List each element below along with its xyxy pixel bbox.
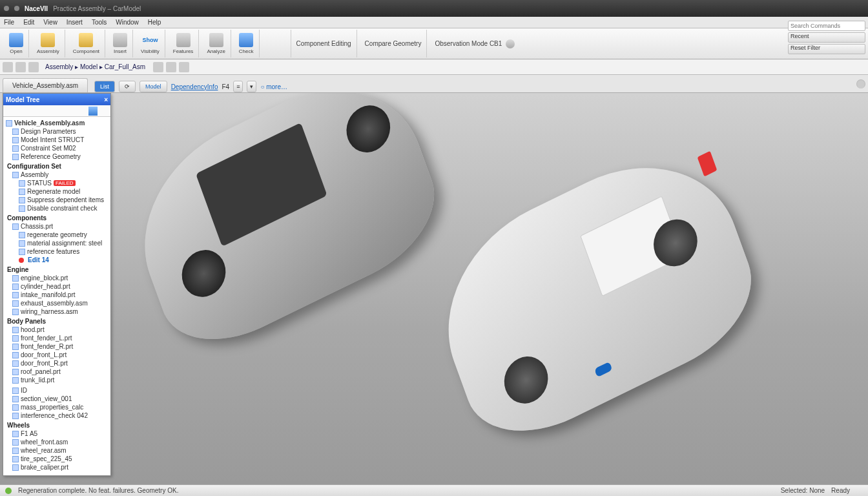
tree-item[interactable]: Suppress dependent items [6,196,109,204]
tree-item-label: trunk_lid.prt [21,377,54,384]
window-control-icon[interactable] [14,6,19,11]
menu-view[interactable]: View [43,19,57,26]
mode-list-button[interactable]: List [94,81,115,92]
tree-item[interactable]: door_front_R.prt [6,359,109,367]
menu-insert[interactable]: Insert [67,19,83,26]
tree-item[interactable]: front_fender_R.prt [6,342,109,351]
tree-item[interactable]: material assignment: steel [6,239,109,247]
window-control-icon[interactable] [4,6,9,11]
ribbon-label: Visibility [141,48,160,54]
tree-item[interactable]: ID [6,386,109,395]
menu-window[interactable]: Window [116,19,139,26]
menu-file[interactable]: File [4,19,14,26]
reset-filter-button[interactable]: Reset Filter [788,44,865,54]
part-icon [12,344,19,350]
tree-item[interactable]: regenerate geometry [6,231,109,239]
tree-item[interactable]: wheel_rear.asm [6,446,109,455]
tree-item[interactable]: F1 A5 [6,429,109,438]
grid-icon[interactable] [166,62,176,72]
redo-icon[interactable] [28,62,39,72]
ribbon-compare-button[interactable]: Compare Geometry [360,30,428,57]
close-tab-button[interactable] [856,79,865,88]
engine-bay [196,123,327,247]
expand-all-icon[interactable] [5,107,14,116]
part-icon [12,448,19,454]
tree-item[interactable]: interference_check 042 [6,411,109,420]
tree-item[interactable]: Regenerate model [6,187,109,196]
tree-root[interactable]: Vehicle_Assembly.asm [6,119,109,127]
tree-item[interactable]: Chassis.prt [6,222,109,231]
tab-label: Vehicle_Assembly.asm [12,82,78,89]
tree-item[interactable]: section_view_001 [6,395,109,403]
model-tree[interactable]: Vehicle_Assembly.asmDesign ParametersMod… [3,117,110,475]
mode-model-button[interactable]: Model [140,81,167,92]
undo-icon[interactable] [16,62,26,72]
tree-item[interactable]: STATUS FAILED [6,179,109,187]
menu-icon[interactable] [99,107,108,116]
ribbon-observation-button[interactable]: Observation Mode CB1 [429,30,520,57]
tree-item[interactable]: tire_spec_225_45 [6,455,109,463]
tree-item[interactable]: engine_block.prt [6,274,109,282]
menu-tools[interactable]: Tools [92,19,107,26]
context-label: Component Editing [296,40,351,47]
tree-item[interactable]: trunk_lid.prt [6,376,109,384]
tree-item[interactable]: Design Parameters [6,127,109,136]
window-titlebar: NaceVII Practice Assembly – CarModel [0,0,868,17]
tree-item[interactable]: intake_manifold.prt [6,291,109,299]
tree-item[interactable]: mass_properties_calc [6,403,109,411]
tree-item[interactable]: brake_caliper.prt [6,463,109,471]
edit-badge[interactable]: Edit 14 [28,256,49,264]
part-icon [19,180,25,187]
tree-item[interactable]: Reference Geometry [6,152,109,161]
panel-header[interactable]: Model Tree × [3,94,110,105]
menu-bar: File Edit View Insert Tools Window Help [0,17,868,28]
document-tab[interactable]: Vehicle_Assembly.asm [3,78,88,92]
assembly-icon [6,120,12,127]
tree-item[interactable]: exhaust_assembly.asm [6,299,109,307]
tree-item[interactable]: wiring_harness.asm [6,307,109,316]
tree-item[interactable]: roof_panel.prt [6,367,109,376]
tree-item[interactable]: door_front_L.prt [6,351,109,359]
settings-icon[interactable] [88,107,98,116]
refresh-button[interactable]: ⟳ [119,81,136,92]
tree-item[interactable]: reference features [6,247,109,256]
ribbon-group-insert[interactable]: Insert [108,30,133,57]
ribbon-group-analyze[interactable]: Analyze [202,30,231,57]
tree-item[interactable]: Edit 14 [6,256,109,264]
tree-item[interactable]: hood.prt [6,326,109,334]
breadcrumb[interactable]: Assembly ▸ Model ▸ Car_Full_Asm [45,63,145,70]
recent-button[interactable]: Recent [788,32,865,43]
dependency-link[interactable]: DependencyInfo [171,83,218,90]
save-icon[interactable] [3,62,13,72]
error-dot-icon [19,258,24,263]
menu-help[interactable]: Help [148,19,161,26]
menu-edit[interactable]: Edit [23,19,34,26]
tree-item[interactable]: Disable constraint check [6,204,109,212]
tree-item-label: Reference Geometry [21,153,81,160]
tree-item[interactable]: Constraint Set M02 [6,144,109,152]
dropdown-button[interactable]: ▾ [247,81,256,92]
ribbon-label: Component [73,48,99,54]
ribbon-group-check[interactable]: Check [234,30,260,57]
tree-item[interactable]: Assembly [6,170,109,179]
tree-item[interactable]: Model Intent STRUCT [6,136,109,144]
ribbon-label: Check [239,48,254,54]
list-icon-button[interactable]: ≡ [233,81,243,92]
tree-item[interactable]: wheel_front.asm [6,438,109,446]
ribbon-group-component[interactable]: Component [68,30,105,57]
command-search-input[interactable] [788,21,865,31]
settings-icon[interactable] [179,62,189,72]
mirror-icon [594,362,612,378]
tree-item[interactable]: front_fender_L.prt [6,334,109,342]
refresh-icon[interactable] [153,62,163,72]
ribbon-group-show[interactable]: ShowVisibility [136,30,165,57]
close-icon[interactable]: × [104,96,108,103]
link-more[interactable]: ○ more… [260,83,287,90]
collapse-all-icon[interactable] [16,107,25,116]
tree-item[interactable]: cylinder_head.prt [6,282,109,291]
filter-icon[interactable] [27,107,36,116]
ribbon-group-open[interactable]: Open [4,30,29,57]
3d-viewport[interactable]: Model Tree × Vehicle_Assembly.asmDesign … [0,93,868,484]
ribbon-group-assembly[interactable]: Assembly [32,30,65,57]
ribbon-group-features[interactable]: Features [168,30,200,57]
